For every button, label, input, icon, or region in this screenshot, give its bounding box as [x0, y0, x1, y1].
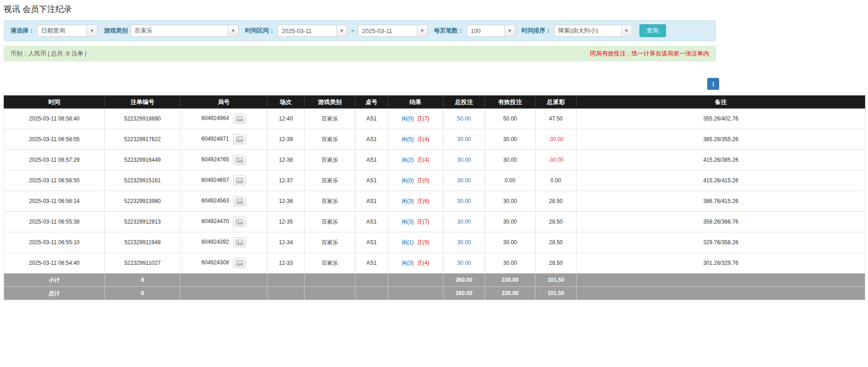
column-header: 有效投注 — [485, 96, 535, 109]
image-icon — [236, 137, 243, 142]
result-player: 闲(2) — [402, 157, 414, 163]
result-banker: 庄(0) — [417, 177, 430, 184]
table-row: 2025-03-11 06:58:05 522329917622 6049248… — [4, 129, 865, 150]
round-detail-button[interactable] — [233, 114, 246, 124]
subtotal-count: 8 — [105, 274, 180, 287]
total-bet-link[interactable]: 30.00 — [457, 198, 471, 204]
game-type-input[interactable] — [131, 25, 228, 37]
cell-time: 2025-03-11 06:55:38 — [4, 212, 105, 232]
date-to-input[interactable] — [358, 25, 417, 37]
game-type-dropdown-button[interactable]: ▼ — [228, 25, 239, 37]
cell-session: 12-40 — [267, 109, 305, 129]
total-total-bet: 260.00 — [443, 287, 485, 300]
total-bet-link[interactable]: 30.00 — [457, 136, 471, 142]
table-row: 2025-03-11 06:54:40 522329911027 6049243… — [4, 253, 865, 274]
table-row: 2025-03-11 06:55:10 522329911948 6049243… — [4, 232, 865, 253]
page: 视讯 会员下注纪录 请选择： ▼ 游戏类别 ▼ 时间区间： ▼ ~ ▼ 每页笔数… — [0, 4, 868, 300]
cell-session: 12-39 — [267, 129, 305, 150]
cell-session: 12-36 — [267, 191, 305, 212]
chevron-down-icon: ▼ — [420, 28, 424, 33]
round-id-text: 604924765 — [202, 156, 229, 163]
date-from-input[interactable] — [278, 25, 336, 37]
footer-cell — [355, 274, 388, 287]
round-id-text: 604924563 — [202, 197, 229, 204]
column-header: 结果 — [388, 96, 443, 109]
total-bet-link[interactable]: 50.00 — [457, 115, 471, 122]
date-to-combobox: ▼ — [358, 25, 428, 37]
time-range-label: 时间区间： — [245, 27, 275, 35]
chevron-down-icon: ▼ — [340, 28, 344, 33]
round-detail-button[interactable] — [233, 196, 246, 206]
column-header: 时间 — [4, 96, 105, 109]
round-detail-button[interactable] — [233, 217, 246, 227]
select-mode-dropdown-button[interactable]: ▼ — [87, 25, 98, 37]
total-bet-link[interactable]: 30.00 — [457, 177, 471, 184]
page-button-1[interactable]: 1 — [707, 78, 719, 90]
total-bet-link[interactable]: 30.00 — [457, 260, 471, 266]
time-sort-input[interactable] — [554, 25, 621, 37]
column-header: 局号 — [180, 96, 267, 109]
cell-round-id: 604924964 — [180, 109, 267, 129]
page-title: 视讯 会员下注纪录 — [4, 4, 864, 15]
cell-session: 12-38 — [267, 150, 305, 170]
cell-result: 闲(3) 庄(4) — [388, 253, 443, 274]
cell-game-type: 百家乐 — [305, 191, 355, 212]
cell-total-bet: 30.00 — [443, 129, 485, 150]
date-from-combobox: ▼ — [278, 25, 347, 37]
table-row: 2025-03-11 06:57:29 522329916449 6049247… — [4, 150, 865, 170]
cell-table-no: AS1 — [355, 212, 388, 232]
total-row: 总计 8 260.00 230.00 101.50 — [4, 287, 865, 300]
currency-total-text: 币别：人民币 | 总共 :8 注单 | — [11, 49, 87, 58]
cell-game-type: 百家乐 — [305, 232, 355, 253]
footer-cell — [355, 287, 388, 300]
cell-result: 闲(3) 庄(7) — [388, 212, 443, 232]
footer-cell — [267, 287, 305, 300]
result-player: 闲(0) — [402, 115, 414, 122]
total-bet-link[interactable]: 30.00 — [457, 219, 471, 225]
cell-payout: -30.00 — [535, 129, 577, 150]
cell-result: 闲(2) 庄(4) — [388, 150, 443, 170]
round-detail-button[interactable] — [233, 155, 246, 165]
date-to-dropdown-button[interactable]: ▼ — [417, 25, 428, 37]
result-banker: 庄(9) — [417, 239, 430, 246]
cell-bet-id: 522329917622 — [105, 129, 180, 150]
round-detail-button[interactable] — [233, 258, 246, 268]
date-from-dropdown-button[interactable]: ▼ — [336, 25, 347, 37]
search-button[interactable]: 查询 — [639, 24, 666, 37]
result-player: 闲(3) — [402, 198, 414, 204]
table-body: 2025-03-11 06:58:40 522329918690 6049249… — [4, 109, 865, 274]
cell-result: 闲(5) 庄(4) — [388, 129, 443, 150]
cell-time: 2025-03-11 06:58:40 — [4, 109, 105, 129]
round-detail-button[interactable] — [233, 134, 246, 144]
cell-game-type: 百家乐 — [305, 253, 355, 274]
round-detail-button[interactable] — [233, 175, 246, 186]
cell-valid-bet: 30.00 — [485, 150, 535, 170]
page-size-dropdown-button[interactable]: ▼ — [504, 25, 515, 37]
total-bet-link[interactable]: 30.00 — [457, 239, 471, 246]
image-icon — [236, 178, 243, 183]
cell-valid-bet: 30.00 — [485, 129, 535, 150]
column-header: 备注 — [577, 96, 865, 109]
page-size-combobox: ▼ — [467, 25, 515, 37]
result-player: 闲(5) — [402, 136, 414, 142]
cell-time: 2025-03-11 06:57:29 — [4, 150, 105, 170]
cell-table-no: AS1 — [355, 253, 388, 274]
page-size-input[interactable] — [467, 25, 504, 37]
round-detail-button[interactable] — [233, 237, 246, 247]
cell-round-id: 604924308 — [180, 253, 267, 274]
cell-bet-id: 522329911027 — [105, 253, 180, 274]
select-mode-input[interactable] — [37, 25, 87, 37]
cell-bet-id: 522329915161 — [105, 170, 180, 191]
time-sort-dropdown-button[interactable]: ▼ — [621, 25, 632, 37]
result-player: 闲(3) — [402, 260, 414, 266]
total-bet-link[interactable]: 30.00 — [457, 157, 471, 163]
image-icon — [236, 219, 243, 225]
cell-table-no: AS1 — [355, 191, 388, 212]
cell-session: 12-33 — [267, 253, 305, 274]
footer-cell — [305, 287, 355, 300]
game-type-label: 游戏类别 — [104, 27, 128, 35]
footer-cell — [267, 274, 305, 287]
cell-bet-id: 522329912813 — [105, 212, 180, 232]
cell-note: 415.26/415.26 — [577, 170, 865, 191]
select-mode-combobox: ▼ — [37, 25, 98, 37]
